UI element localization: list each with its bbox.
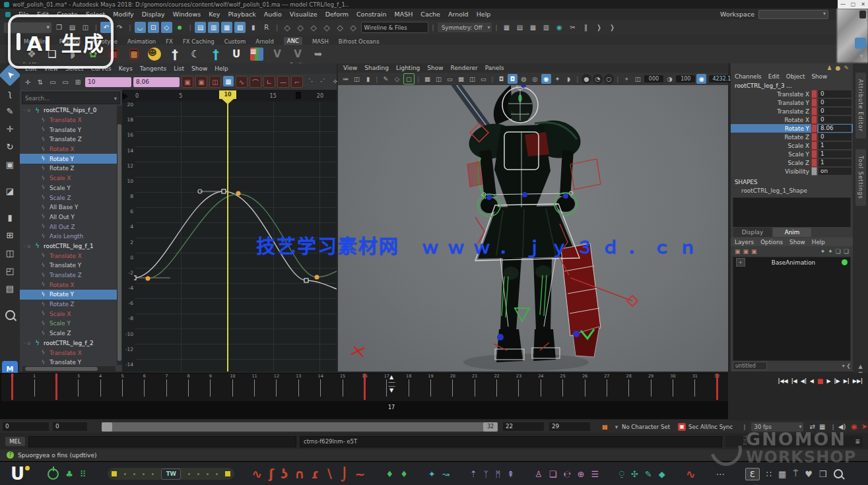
channel-row[interactable]: ϟ rootCTRL_hips_f_0	[20, 106, 117, 115]
tool-icon[interactable]	[2, 298, 18, 305]
unify-tangent-icon[interactable]: ·˙	[317, 76, 328, 86]
safe-action-icon[interactable]: ▭	[479, 74, 488, 84]
timeline-frame-cell[interactable]: 26	[574, 373, 595, 401]
input-icon[interactable]: ▦	[221, 22, 232, 33]
timeline-frame-cell[interactable]: 13	[288, 373, 310, 401]
channel-row[interactable]: ϟ Scale X	[20, 174, 117, 183]
viewport-menu-item[interactable]: Renderer	[451, 65, 478, 71]
channel-box-row[interactable]: Rotate Y 8.06	[731, 124, 853, 133]
expand-icon[interactable]: ❭	[593, 22, 605, 33]
mask-object-icon[interactable]: ◇	[295, 22, 306, 33]
symmetry-select[interactable]: Symmetry: Off	[438, 22, 492, 32]
mask-face-icon[interactable]: ◇	[348, 22, 359, 33]
channel-box-row[interactable]: Rotate Z 0	[731, 133, 853, 141]
channel-row[interactable]: ϟ Translate Y	[20, 261, 117, 271]
go-to-start-button[interactable]: |◀◀	[778, 378, 787, 384]
menu-item[interactable]: MASH	[394, 11, 413, 18]
mask-hierarchy-icon[interactable]: ◇	[282, 22, 293, 33]
gamma-icon[interactable]: ◫	[633, 74, 643, 84]
construction-icon[interactable]: ▥	[208, 22, 219, 33]
channel-box-menu-item[interactable]: Channels	[735, 73, 762, 80]
timeline-frame-cell[interactable]: 29	[640, 373, 661, 401]
pink-globe-icon[interactable]: ⊕	[578, 469, 585, 479]
shaded-icon[interactable]: ◘	[496, 74, 506, 84]
set-key-icon[interactable]: ▮▮	[602, 424, 607, 430]
channel-row[interactable]: ϟ Rotate X	[20, 145, 117, 154]
insert-key-icon[interactable]: ⇅	[35, 77, 46, 87]
maximize-button[interactable]: ▢	[851, 1, 856, 7]
clip-grid-icon[interactable]: ▦	[819, 423, 825, 430]
tangent-bell-icon[interactable]: ∩	[294, 468, 304, 480]
character-model-rig[interactable]	[338, 85, 728, 372]
frame-icon[interactable]: ▤	[514, 22, 525, 33]
snap-grid-icon[interactable]: ◡	[135, 22, 146, 33]
new-layer-icon[interactable]: ▣	[735, 248, 741, 255]
menu-item[interactable]: Key	[209, 11, 220, 18]
move-tool[interactable]: ✛	[2, 121, 18, 137]
retime-icon[interactable]: ⊞	[73, 77, 83, 87]
channel-value-field[interactable]: 1	[818, 159, 851, 166]
exposure-value[interactable]: 000	[644, 75, 663, 82]
lattice-icon[interactable]: ▭	[48, 77, 58, 87]
channel-key-indicator[interactable]	[811, 141, 817, 150]
channel-box-row[interactable]: Translate Y 0	[731, 98, 853, 107]
tool-icon[interactable]	[2, 174, 18, 181]
channel-row[interactable]: ϟ Rotate Z	[20, 300, 117, 309]
u-plugin-logo[interactable]: U	[11, 465, 24, 482]
menu-item[interactable]: Deform	[325, 11, 349, 18]
viewport-canvas[interactable]	[338, 85, 728, 372]
channel-key-indicator[interactable]	[811, 115, 817, 124]
layer-editor-tab[interactable]: Display	[733, 228, 772, 237]
shelf-red-grid2-icon[interactable]: ▦	[126, 46, 142, 62]
layer-editor-menu-item[interactable]: Show	[789, 239, 805, 245]
grid-display-icon[interactable]: ▦	[501, 22, 512, 33]
redo-icon[interactable]: ↷	[114, 22, 125, 33]
status-field[interactable]: Wireline & Files	[361, 22, 428, 33]
screenspace-ao-icon[interactable]: ◉	[541, 74, 551, 84]
channel-value-field[interactable]: 8.06	[818, 125, 851, 132]
channel-key-indicator[interactable]	[811, 90, 817, 98]
tool-icon[interactable]	[2, 325, 18, 359]
graph-editor-menu-item[interactable]: Show	[191, 65, 207, 72]
menu-item[interactable]: Windows	[173, 11, 201, 18]
scale-tool[interactable]: ▣	[2, 156, 18, 172]
channel-row[interactable]: ϟ Axis Length	[20, 232, 117, 242]
menu-item[interactable]: Constrain	[356, 11, 387, 18]
resolution-gate-icon[interactable]: ▭	[445, 74, 455, 84]
teal-stand-icon[interactable]: ⍜	[619, 469, 624, 479]
stop-button[interactable]: ■	[817, 377, 823, 385]
timeline-frame-cell[interactable]: 14	[310, 373, 331, 401]
status-icon[interactable]: ❘	[127, 22, 132, 33]
expand2-icon[interactable]: ❭	[607, 22, 618, 33]
channel-row[interactable]: ϟ All Base Y	[20, 203, 117, 212]
shelf-arrow-icon[interactable]: ➥	[310, 46, 326, 62]
channel-row[interactable]: ϟ Scale Z	[20, 193, 117, 203]
shape-node-name[interactable]: rootCTRL_leg_1_Shape	[731, 186, 853, 195]
channel-row[interactable]: ϟ Rotate Z	[20, 164, 117, 174]
channel-box-menu-item[interactable]: Show	[811, 73, 827, 80]
layout-single-button[interactable]: ▮	[2, 209, 18, 225]
timeline-frame-cell[interactable]: 22	[486, 373, 508, 401]
tool-icon[interactable]	[2, 201, 18, 207]
cyan-star-icon[interactable]: ✦	[428, 469, 436, 479]
camera-select-icon[interactable]: ≔	[341, 74, 351, 84]
close-button[interactable]: ✕	[861, 1, 865, 7]
lasso-tool[interactable]: ʅ	[2, 85, 18, 101]
sidebar-vertical-tab[interactable]: Tool Settings	[855, 149, 866, 206]
channel-row[interactable]: ϟ Rotate X	[20, 280, 117, 290]
view-transform-icon[interactable]: ◉	[696, 74, 706, 84]
pink-list-icon[interactable]: ☰	[591, 469, 599, 479]
heart-icon[interactable]: ♥	[805, 469, 813, 479]
viewport-icon[interactable]: ❘	[615, 74, 620, 84]
frame-all-icon[interactable]: ▣	[182, 76, 193, 88]
shelf-tab[interactable]: Bifrost Oceans	[339, 38, 380, 45]
tangent-wave-icon[interactable]: ~	[355, 468, 366, 480]
zoom-tool[interactable]	[2, 307, 18, 323]
layer-editor-tab[interactable]: Anim	[773, 228, 811, 237]
viewport-icon[interactable]: ❘	[575, 74, 580, 84]
shelf-tab[interactable]: Arnold	[255, 38, 274, 45]
command-input[interactable]	[28, 436, 296, 447]
channel-row[interactable]: ϟ Rotate Y	[20, 290, 117, 300]
teal-diamond-icon[interactable]: ◆	[659, 469, 665, 479]
move-down-icon[interactable]: ✦	[828, 248, 833, 255]
